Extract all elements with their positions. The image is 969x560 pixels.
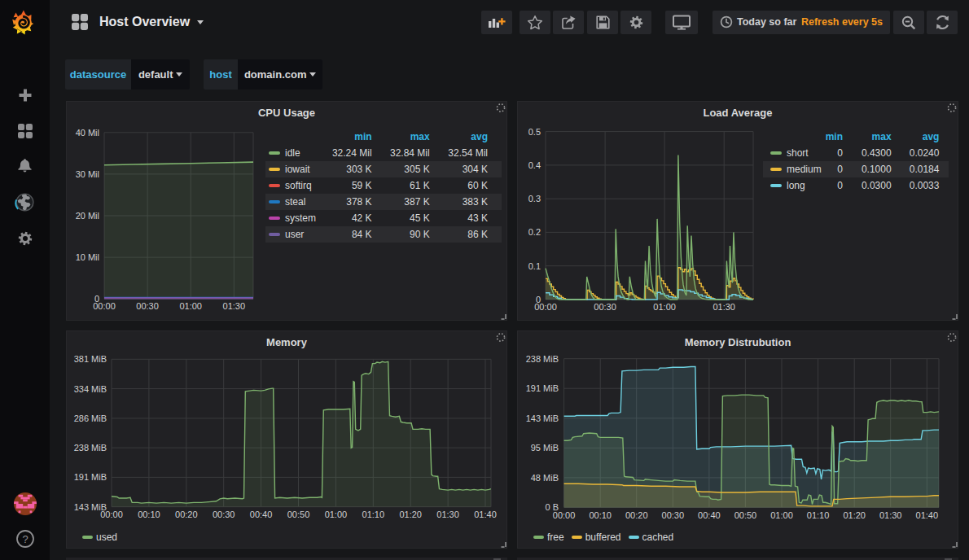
svg-text:238 MiB: 238 MiB xyxy=(74,443,107,453)
svg-text:00:00: 00:00 xyxy=(93,301,116,311)
svg-text:191 MiB: 191 MiB xyxy=(526,383,559,393)
svg-text:0.4: 0.4 xyxy=(528,160,541,170)
svg-text:334 MiB: 334 MiB xyxy=(74,384,107,394)
svg-text:40 Mil: 40 Mil xyxy=(76,128,99,138)
svg-text:01:00: 01:00 xyxy=(325,510,348,519)
svg-text:01:00: 01:00 xyxy=(770,510,793,520)
svg-text:01:00: 01:00 xyxy=(179,301,202,311)
svg-text:00:10: 00:10 xyxy=(138,510,160,519)
svg-text:143 MiB: 143 MiB xyxy=(526,413,559,423)
svg-text:00:50: 00:50 xyxy=(734,510,757,520)
svg-text:00:10: 00:10 xyxy=(589,510,612,520)
svg-text:381 MiB: 381 MiB xyxy=(74,354,107,364)
svg-text:01:30: 01:30 xyxy=(879,510,902,520)
svg-text:01:10: 01:10 xyxy=(807,510,830,520)
svg-text:00:40: 00:40 xyxy=(698,510,721,520)
svg-text:00:30: 00:30 xyxy=(213,510,235,519)
svg-text:48 MiB: 48 MiB xyxy=(531,473,559,483)
svg-text:191 MiB: 191 MiB xyxy=(74,472,107,482)
svg-text:00:00: 00:00 xyxy=(100,510,123,519)
svg-text:01:30: 01:30 xyxy=(223,301,246,311)
svg-text:00:30: 00:30 xyxy=(594,302,616,312)
svg-text:00:30: 00:30 xyxy=(662,510,685,520)
svg-text:0.5: 0.5 xyxy=(528,127,541,137)
svg-text:01:30: 01:30 xyxy=(712,302,735,312)
svg-text:?: ? xyxy=(22,533,28,545)
svg-text:20 Mil: 20 Mil xyxy=(76,211,99,221)
svg-text:00:00: 00:00 xyxy=(534,302,557,312)
svg-text:0.2: 0.2 xyxy=(528,227,541,237)
svg-text:00:20: 00:20 xyxy=(625,510,648,520)
svg-text:95 MiB: 95 MiB xyxy=(531,443,559,453)
svg-text:30 Mil: 30 Mil xyxy=(76,169,99,179)
svg-text:01:30: 01:30 xyxy=(436,510,459,519)
svg-text:238 MiB: 238 MiB xyxy=(526,354,559,364)
svg-text:0.3: 0.3 xyxy=(528,194,541,203)
svg-text:00:40: 00:40 xyxy=(250,510,273,519)
svg-text:00:30: 00:30 xyxy=(136,301,159,311)
svg-text:01:00: 01:00 xyxy=(653,302,676,312)
svg-text:00:50: 00:50 xyxy=(287,510,310,519)
svg-text:10 Mil: 10 Mil xyxy=(76,252,99,262)
svg-text:00:20: 00:20 xyxy=(175,510,198,519)
svg-text:00:00: 00:00 xyxy=(553,510,576,520)
svg-text:01:40: 01:40 xyxy=(916,510,939,520)
svg-text:01:10: 01:10 xyxy=(362,510,385,519)
svg-text:01:20: 01:20 xyxy=(399,510,422,519)
svg-text:01:40: 01:40 xyxy=(474,510,497,519)
svg-text:0.1: 0.1 xyxy=(528,261,541,271)
svg-text:01:20: 01:20 xyxy=(843,510,866,520)
svg-text:286 MiB: 286 MiB xyxy=(74,413,107,423)
